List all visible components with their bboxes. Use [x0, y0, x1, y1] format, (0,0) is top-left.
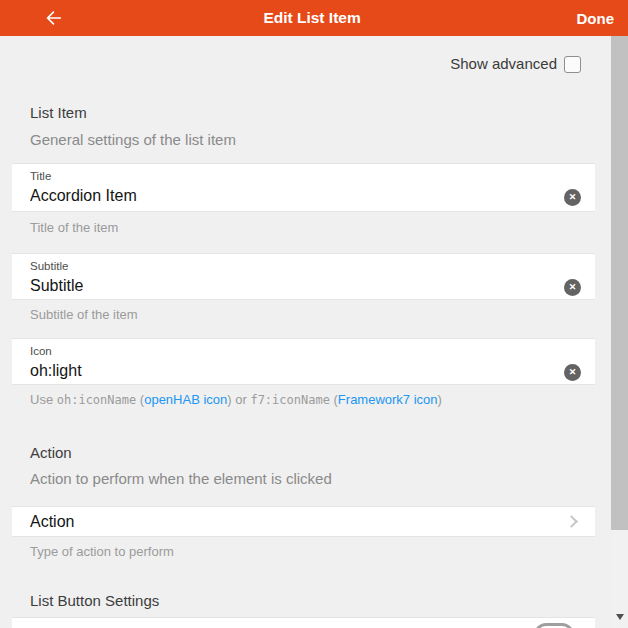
title-help-text: Title of the item [30, 221, 581, 234]
icon-help-mono-f7: f7:iconName [250, 393, 329, 407]
clear-title-button[interactable]: ✕ [564, 189, 581, 206]
framework7-icon-link[interactable]: Framework7 icon [338, 392, 438, 407]
icon-field-label: Icon [12, 339, 595, 358]
section-title-list-item: List Item [30, 105, 581, 121]
show-advanced-label: Show advanced [450, 55, 557, 73]
icon-help-paren2: ( [330, 392, 338, 407]
subtitle-field-card: Subtitle ✕ [12, 253, 595, 300]
action-row[interactable]: Action [12, 506, 595, 537]
action-row-label: Action [30, 513, 74, 531]
clear-icon-button[interactable]: ✕ [564, 364, 581, 381]
done-button[interactable]: Done [577, 10, 615, 27]
scrollbar-thumb[interactable] [611, 36, 628, 530]
icon-field-card: Icon ✕ [12, 338, 595, 385]
toggle-switch[interactable] [534, 623, 574, 628]
clear-subtitle-button[interactable]: ✕ [564, 279, 581, 296]
page-title: Edit List Item [263, 9, 360, 27]
circle-x-icon: ✕ [569, 189, 577, 206]
icon-help-use: Use [30, 392, 57, 407]
subtitle-field-label: Subtitle [12, 254, 595, 273]
show-advanced-checkbox[interactable] [564, 56, 581, 73]
icon-help-mid: ) or [227, 392, 250, 407]
icon-help-text: Use oh:iconName (openHAB icon) or f7:ico… [30, 393, 581, 407]
title-field-card: Title ✕ [12, 163, 595, 212]
icon-help-mono-oh: oh:iconName [57, 393, 136, 407]
title-input[interactable] [30, 186, 553, 206]
subtitle-input[interactable] [30, 276, 553, 296]
circle-x-icon: ✕ [569, 364, 577, 381]
navbar: Edit List Item Done [0, 0, 628, 36]
section-title-list-button: List Button Settings [30, 593, 581, 609]
subtitle-help-text: Subtitle of the item [30, 308, 581, 321]
openhab-icon-link[interactable]: openHAB icon [144, 392, 227, 407]
section-desc-action: Action to perform when the element is cl… [30, 471, 581, 486]
section-desc-list-item: General settings of the list item [30, 132, 581, 147]
circle-x-icon: ✕ [569, 279, 577, 296]
show-advanced-row: Show advanced [30, 55, 581, 73]
icon-input[interactable] [30, 361, 553, 381]
chevron-right-icon [565, 515, 578, 528]
edit-list-item-page: Edit List Item Done Show advanced List I… [0, 0, 628, 628]
scroll-down-arrow-icon[interactable] [616, 614, 624, 620]
back-button[interactable] [42, 5, 68, 31]
action-help-text: Type of action to perform [30, 545, 581, 558]
content-area: Show advanced List Item General settings… [0, 36, 611, 628]
icon-help-end: ) [438, 392, 442, 407]
list-button-card [12, 617, 595, 628]
scrollbar-track[interactable] [611, 36, 628, 628]
title-field-label: Title [12, 164, 595, 183]
arrow-left-icon [42, 7, 64, 29]
icon-help-paren1: ( [136, 392, 144, 407]
section-title-action: Action [30, 445, 581, 461]
